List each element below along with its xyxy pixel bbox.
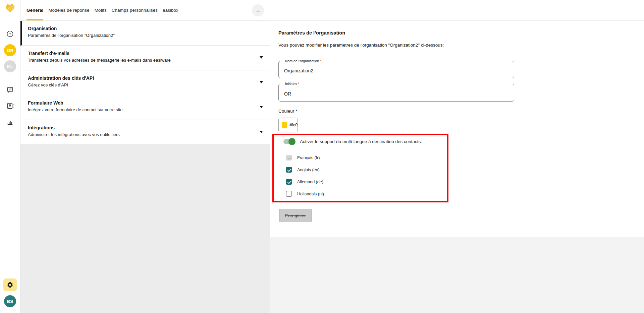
initials-label: Initiales * — [283, 82, 301, 86]
settings-tab-bar: Général Modèles de réponse Motifs Champs… — [20, 0, 270, 21]
icon-sidebar: OR KL — [0, 0, 20, 313]
tab-motifs[interactable]: Motifs — [95, 0, 107, 20]
checkbox-francais — [286, 155, 292, 161]
organisation-form: Paramètres de l’organisation Vous pouvez… — [270, 21, 644, 237]
app-window: OR KL — [0, 0, 644, 313]
gear-icon — [7, 281, 13, 288]
arrow-right-icon: → — [255, 7, 261, 14]
plus-circle-icon — [6, 30, 14, 38]
color-value: #fc0 — [289, 123, 298, 127]
add-organisation-button[interactable] — [6, 30, 14, 38]
chevron-down-icon — [260, 56, 263, 59]
language-label: Français (fr) — [297, 155, 320, 160]
accordion-subtitle: Gérez vos clés d'API — [28, 82, 251, 87]
tab-general[interactable]: Général — [26, 0, 43, 20]
color-label: Couleur * — [278, 109, 644, 114]
accordion-title: Formulaire Web — [28, 100, 251, 106]
accordion-item-integrations[interactable]: Intégrations Administrer les intégration… — [20, 120, 270, 145]
sidebar-divider — [0, 78, 20, 78]
language-row-nl: Hollandais (nl) — [286, 191, 447, 197]
tabs-scroll-right-button[interactable]: → — [252, 4, 264, 16]
tab-easibox[interactable]: easibox — [163, 0, 178, 20]
org-avatar-kl[interactable]: KL — [4, 60, 16, 72]
toggle-knob — [288, 138, 296, 145]
right-panel-filler — [270, 237, 644, 313]
accordion-item-formulaire-web[interactable]: Formulaire Web Intégrez votre formulaire… — [20, 95, 270, 120]
chevron-down-icon — [260, 81, 263, 83]
right-header-strip — [270, 0, 644, 21]
contacts-nav-button[interactable] — [6, 102, 14, 110]
accordion-title: Administration des clés d'API — [28, 75, 251, 81]
accordion-title: Intégrations — [28, 125, 251, 130]
intro-text: Vous pouvez modifier les paramètres de l… — [278, 43, 644, 48]
checkbox-anglais[interactable] — [286, 167, 292, 173]
accordion-subtitle: Administrer les intégrations avec vos ou… — [28, 132, 251, 137]
accordion-subtitle: Intégrez votre formulaire de contact sur… — [28, 107, 251, 112]
language-row-de: Allemand (de) — [286, 179, 447, 185]
language-label: Hollandais (nl) — [297, 192, 324, 196]
easiware-heart-logo — [5, 3, 15, 14]
accordion-item-cles-api[interactable]: Administration des clés d'API Gérez vos … — [20, 70, 270, 95]
tab-modeles-de-reponse[interactable]: Modèles de réponse — [48, 0, 89, 20]
statistics-nav-button[interactable] — [6, 118, 14, 126]
color-picker-chip[interactable]: #fc0 — [278, 118, 298, 132]
multilang-highlight-box: Activer le support du multi-langue à des… — [272, 134, 448, 202]
accordion-subtitle: Paramètres de l'organisation "Organizati… — [28, 33, 251, 38]
org-avatar-or[interactable]: OR — [4, 44, 16, 56]
organisation-name-input[interactable] — [279, 61, 514, 78]
bar-chart-icon — [6, 118, 14, 126]
left-panel-filler — [20, 145, 270, 313]
accordion-title: Organisation — [28, 26, 251, 31]
accordion-item-transfert-emails[interactable]: Transfert d'e-mails Transférez depuis vo… — [20, 46, 270, 70]
contact-card-icon — [6, 102, 14, 110]
save-button[interactable]: Enregister — [279, 209, 312, 222]
user-avatar-bs[interactable]: BS — [4, 295, 16, 307]
settings-button[interactable] — [3, 278, 17, 291]
checkbox-allemand[interactable] — [286, 179, 292, 185]
chat-bubble-icon — [6, 86, 14, 93]
organisation-name-field: Nom de l'organisation * — [278, 61, 514, 78]
tab-champs-personnalises[interactable]: Champs personnalisés — [112, 0, 158, 20]
initials-field: Initiales * — [278, 84, 514, 102]
organisation-detail-panel: Paramètres de l’organisation Vous pouvez… — [270, 0, 644, 313]
checkbox-hollandais[interactable] — [286, 191, 292, 197]
accordion-subtitle: Transférez depuis vos adresses de messag… — [28, 58, 251, 63]
initials-input[interactable] — [279, 84, 514, 101]
color-swatch — [282, 122, 287, 128]
accordion-item-organisation[interactable]: Organisation Paramètres de l'organisatio… — [20, 21, 270, 46]
multilang-toggle-label: Activer le support du multi-langue à des… — [300, 139, 422, 144]
page-title: Paramètres de l’organisation — [278, 30, 644, 36]
multilang-toggle-row: Activer le support du multi-langue à des… — [283, 139, 447, 144]
language-label: Anglais (en) — [297, 168, 320, 172]
language-list: Français (fr) Anglais (en) Allemand (de)… — [286, 155, 447, 197]
accordion-title: Transfert d'e-mails — [28, 51, 251, 56]
chevron-down-icon — [260, 106, 263, 108]
requests-nav-button[interactable] — [6, 86, 14, 93]
language-row-fr: Français (fr) — [286, 155, 447, 161]
multilang-toggle[interactable] — [283, 139, 295, 144]
language-label: Allemand (de) — [297, 180, 323, 184]
chevron-down-icon — [260, 131, 263, 133]
settings-panel: Général Modèles de réponse Motifs Champs… — [20, 0, 270, 313]
organisation-name-label: Nom de l'organisation * — [283, 59, 323, 63]
language-row-en: Anglais (en) — [286, 167, 447, 173]
